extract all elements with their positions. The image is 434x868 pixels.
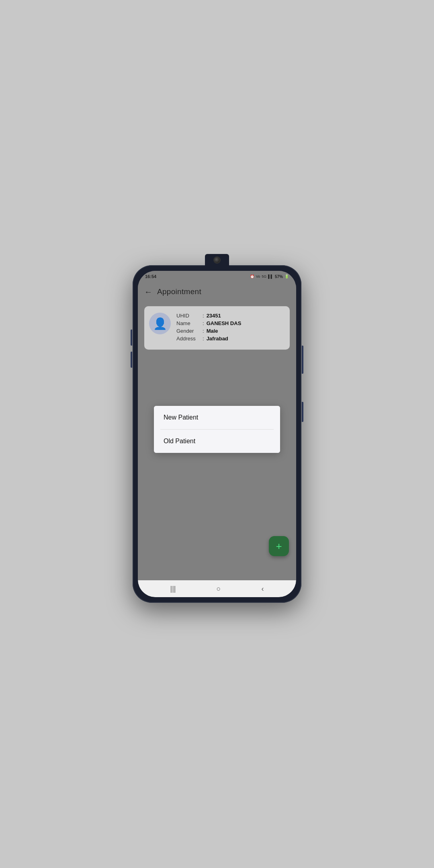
phone-device: 16:54 ⏰ Vo 5G ▌▌ 57% 🔋 ← Appointment 👤 [133,265,301,603]
app-bar: ← Appointment [138,282,296,301]
gender-colon: : [203,328,204,334]
side-button-2[interactable] [302,402,303,422]
uhid-value: 23451 [207,313,221,319]
alarm-icon: ⏰ [250,274,254,278]
gender-row: Gender : Male [176,328,283,334]
patient-info: UHID : 23451 Name : GANESH DAS Gender : … [176,313,283,343]
navigation-bar: ||| ○ ‹ [138,580,296,597]
content-area: 👤 UHID : 23451 Name : GANESH DAS Gender [138,301,296,580]
address-row: Address : Jafrabad [176,336,283,342]
new-patient-option[interactable]: New Patient [154,406,280,429]
person-icon: 👤 [153,317,167,330]
5g-icon: 5G [262,274,266,278]
avatar: 👤 [149,313,171,334]
gender-label: Gender [176,328,203,334]
home-button[interactable]: ○ [217,585,221,593]
volume-up-button[interactable] [131,330,132,346]
volume-down-button[interactable] [131,352,132,368]
phone-screen: 16:54 ⏰ Vo 5G ▌▌ 57% 🔋 ← Appointment 👤 [138,271,296,597]
popup-menu: New Patient Old Patient [154,406,280,453]
signal-icon: ▌▌ [268,274,273,278]
uhid-row: UHID : 23451 [176,313,283,319]
old-patient-option[interactable]: Old Patient [154,430,280,453]
add-appointment-button[interactable]: + [269,536,289,556]
address-label: Address [176,336,203,342]
battery-icon: 🔋 [285,274,289,278]
back-button[interactable]: ← [144,287,152,297]
battery-level: 57% [275,274,283,279]
camera-bump [205,254,229,266]
uhid-colon: : [203,313,204,319]
camera-lens [213,256,221,264]
status-time: 16:54 [145,274,156,279]
status-bar: 16:54 ⏰ Vo 5G ▌▌ 57% 🔋 [138,271,296,282]
page-title: Appointment [157,287,201,296]
back-nav-button[interactable]: ‹ [261,585,264,593]
name-value: GANESH DAS [207,320,242,326]
network-icon: Vo [256,274,260,278]
address-value: Jafrabad [207,336,228,342]
recents-button[interactable]: ||| [170,585,176,593]
gender-value: Male [207,328,218,334]
name-label: Name [176,320,203,326]
status-icons: ⏰ Vo 5G ▌▌ 57% 🔋 [250,274,289,279]
plus-icon: + [276,541,282,551]
name-row: Name : GANESH DAS [176,320,283,326]
uhid-label: UHID [176,313,203,319]
power-button[interactable] [302,346,303,374]
patient-card: 👤 UHID : 23451 Name : GANESH DAS Gender [144,306,290,350]
name-colon: : [203,320,204,326]
address-colon: : [203,336,204,342]
